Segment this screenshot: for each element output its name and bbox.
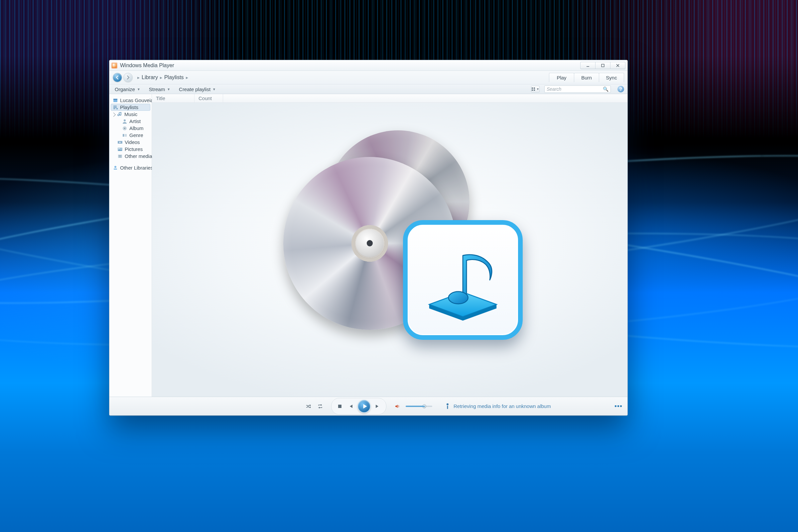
svg-point-19 bbox=[119, 148, 120, 149]
library-icon bbox=[113, 98, 118, 103]
next-icon bbox=[375, 404, 380, 409]
svg-rect-10 bbox=[113, 108, 115, 109]
sidebar-music-label: Music bbox=[125, 111, 137, 117]
svg-rect-8 bbox=[113, 106, 117, 107]
previous-button[interactable] bbox=[347, 403, 354, 410]
disc-icon bbox=[283, 157, 456, 330]
navigation-bar: ▸ Library ▸ Playlists ▸ Play Burn Sync bbox=[109, 71, 627, 84]
breadcrumb-sep-icon: ▸ bbox=[160, 75, 162, 80]
stop-button[interactable] bbox=[336, 403, 343, 410]
breadcrumb-playlists[interactable]: Playlists bbox=[164, 75, 184, 80]
svg-rect-9 bbox=[113, 107, 117, 108]
content-pane: Title Count bbox=[152, 94, 627, 397]
sidebar-item-pictures[interactable]: Pictures bbox=[111, 146, 150, 153]
svg-rect-20 bbox=[118, 155, 122, 158]
close-icon bbox=[616, 63, 620, 68]
artwork-overlay bbox=[270, 130, 509, 337]
forward-button[interactable] bbox=[124, 73, 133, 82]
back-arrow-icon bbox=[115, 75, 120, 80]
volume-slider[interactable] bbox=[406, 406, 432, 407]
stream-menu[interactable]: Stream▼ bbox=[147, 86, 172, 93]
sidebar-genre-label: Genre bbox=[129, 132, 143, 138]
shuffle-button[interactable] bbox=[305, 403, 312, 410]
play-button[interactable] bbox=[358, 400, 371, 413]
column-count[interactable]: Count bbox=[194, 94, 223, 102]
nowplaying-icon bbox=[620, 405, 622, 407]
organize-label: Organize bbox=[115, 87, 135, 92]
minimize-button[interactable] bbox=[580, 62, 595, 69]
wmp-app-icon bbox=[111, 62, 117, 69]
svg-rect-22 bbox=[119, 157, 121, 157]
svg-rect-7 bbox=[113, 99, 117, 100]
sidebar-item-videos[interactable]: Videos bbox=[111, 139, 150, 146]
column-title-label: Title bbox=[156, 95, 165, 101]
sidebar-item-music[interactable]: Music bbox=[111, 111, 150, 118]
create-playlist-label: Create playlist bbox=[179, 87, 210, 92]
svg-rect-26 bbox=[338, 405, 341, 408]
previous-icon bbox=[348, 404, 353, 409]
other-media-icon bbox=[117, 154, 123, 159]
tab-sync[interactable]: Sync bbox=[599, 73, 624, 82]
sidebar-playlists-label: Playlists bbox=[120, 104, 138, 110]
caret-down-icon: ▼ bbox=[536, 88, 539, 91]
speaker-icon bbox=[395, 404, 400, 409]
volume-knob[interactable] bbox=[422, 404, 426, 408]
column-title[interactable]: Title bbox=[152, 94, 194, 102]
sidebar-album-label: Album bbox=[129, 125, 144, 131]
breadcrumb: ▸ Library ▸ Playlists ▸ bbox=[137, 75, 188, 80]
sidebar-artist-label: Artist bbox=[129, 118, 141, 124]
sidebar-item-other-media[interactable]: Other media bbox=[111, 153, 150, 159]
svg-rect-2 bbox=[532, 88, 533, 89]
repeat-button[interactable] bbox=[317, 403, 324, 410]
breadcrumb-sep-icon: ▸ bbox=[137, 75, 140, 80]
help-icon: ? bbox=[620, 87, 623, 92]
music-app-tile-icon bbox=[403, 220, 523, 340]
next-button[interactable] bbox=[374, 403, 381, 410]
wmp-window: Windows Media Player ▸ Library ▸ Playlis… bbox=[109, 60, 628, 416]
genre-icon bbox=[122, 133, 127, 138]
search-icon: 🔍 bbox=[603, 87, 608, 92]
breadcrumb-sep-icon: ▸ bbox=[186, 75, 188, 80]
network-library-icon bbox=[113, 165, 118, 171]
maximize-button[interactable] bbox=[595, 62, 610, 69]
breadcrumb-library[interactable]: Library bbox=[141, 75, 158, 80]
view-options-button[interactable]: ▼ bbox=[531, 86, 540, 92]
sidebar-item-user[interactable]: Lucas Gouveia bbox=[111, 97, 150, 104]
svg-point-25 bbox=[449, 291, 468, 304]
organize-menu[interactable]: Organize▼ bbox=[113, 86, 142, 93]
svg-rect-3 bbox=[534, 88, 535, 89]
library-nav-pane: Lucas Gouveia Playlists Music bbox=[109, 94, 152, 397]
close-button[interactable] bbox=[610, 62, 625, 69]
sidebar-other-libraries-label: Other Libraries bbox=[120, 165, 153, 171]
svg-point-11 bbox=[116, 108, 118, 109]
player-bar: Retrieving media info for an unknown alb… bbox=[109, 397, 627, 415]
help-button[interactable]: ? bbox=[618, 86, 624, 92]
mute-button[interactable] bbox=[394, 403, 401, 410]
status-label: Retrieving media info for an unknown alb… bbox=[454, 403, 551, 409]
sidebar-item-genre[interactable]: Genre bbox=[111, 132, 150, 139]
minimize-icon bbox=[586, 63, 590, 68]
svg-rect-28 bbox=[447, 406, 448, 409]
tab-burn[interactable]: Burn bbox=[574, 73, 599, 82]
sidebar-item-artist[interactable]: Artist bbox=[111, 118, 150, 125]
svg-point-27 bbox=[446, 403, 449, 405]
search-input[interactable]: Search 🔍 bbox=[544, 86, 611, 93]
repeat-icon bbox=[318, 404, 323, 409]
sidebar-item-playlists[interactable]: Playlists bbox=[111, 104, 150, 111]
column-headers: Title Count bbox=[152, 94, 627, 103]
tab-play[interactable]: Play bbox=[549, 73, 574, 82]
back-button[interactable] bbox=[113, 73, 122, 82]
caret-down-icon: ▼ bbox=[137, 88, 140, 91]
pictures-icon bbox=[117, 147, 123, 152]
forward-arrow-icon bbox=[126, 75, 130, 80]
disc-icon bbox=[326, 130, 470, 273]
tab-play-label: Play bbox=[557, 75, 566, 80]
tab-sync-label: Sync bbox=[606, 75, 617, 80]
artist-icon bbox=[122, 119, 127, 124]
stream-label: Stream bbox=[149, 87, 165, 92]
svg-rect-16 bbox=[125, 134, 127, 137]
switch-to-now-playing-button[interactable] bbox=[614, 403, 622, 409]
sidebar-item-other-libraries[interactable]: Other Libraries bbox=[111, 164, 150, 171]
create-playlist-menu[interactable]: Create playlist▼ bbox=[177, 86, 218, 93]
sidebar-item-album[interactable]: Album bbox=[111, 125, 150, 132]
